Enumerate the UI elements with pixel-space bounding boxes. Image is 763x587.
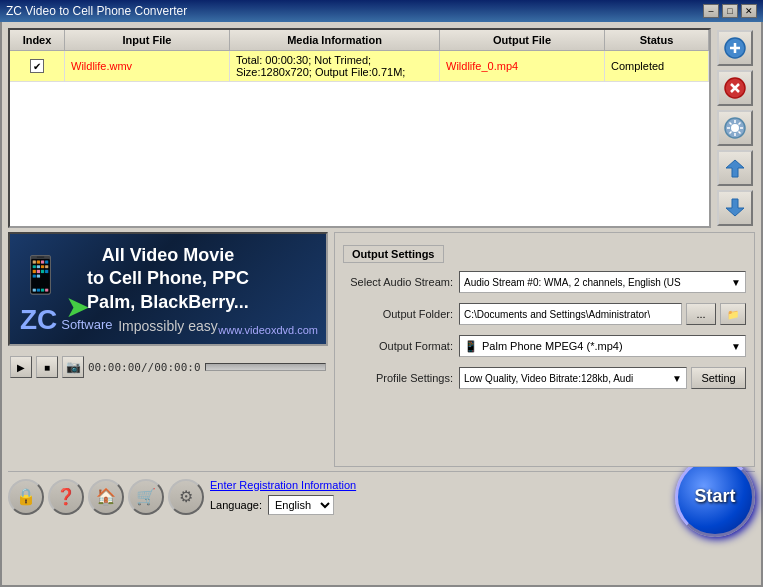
settings-panel-title: Output Settings: [343, 245, 444, 263]
col-status: Status: [605, 30, 709, 50]
snapshot-button[interactable]: 📷: [62, 356, 84, 378]
footer-row: 🔒 ❓ 🏠 🛒 ⚙ Enter Registration Information…: [8, 471, 755, 521]
output-format-label: Output Format:: [343, 340, 453, 352]
cart-icon-button[interactable]: 🛒: [128, 479, 164, 515]
play-button[interactable]: ▶: [10, 356, 32, 378]
file-table: Index Input File Media Information Outpu…: [8, 28, 711, 228]
promo-line3: Palm, BlackBerry...: [87, 292, 249, 312]
progress-bar[interactable]: [205, 363, 326, 371]
output-folder-row: Output Folder: C:\Documents and Settings…: [343, 303, 746, 325]
profile-label: Profile Settings:: [343, 372, 453, 384]
gear-icon-button[interactable]: ⚙: [168, 479, 204, 515]
main-window: Index Input File Media Information Outpu…: [0, 22, 763, 587]
setting-button[interactable]: Setting: [691, 367, 746, 389]
start-button[interactable]: Start: [675, 457, 755, 537]
table-row[interactable]: ✔ Wildlife.wmv Total: 00:00:30; Not Trim…: [10, 51, 709, 82]
profile-control: Low Quality, Video Bitrate:128kb, Audi ▼…: [459, 367, 746, 389]
lock-icon-button[interactable]: 🔒: [8, 479, 44, 515]
output-format-value: Palm Phone MPEG4 (*.mp4): [482, 340, 731, 352]
audio-stream-control: Audio Stream #0: WMA, 2 channels, Englis…: [459, 271, 746, 293]
output-folder-field[interactable]: C:\Documents and Settings\Administrator\: [459, 303, 682, 325]
add-file-button[interactable]: [717, 30, 753, 66]
folder-button[interactable]: 📁: [720, 303, 746, 325]
title-bar: ZC Video to Cell Phone Converter – □ ✕: [0, 0, 763, 22]
promo-text: All Video Movie to Cell Phone, PPC Palm,…: [87, 244, 249, 334]
start-label: Start: [694, 486, 735, 507]
audio-stream-label: Select Audio Stream:: [343, 276, 453, 288]
bottom-section: 📱 ➤ All Video Movie to Cell Phone, PPC P…: [8, 232, 755, 467]
output-folder-value: C:\Documents and Settings\Administrator\: [464, 309, 650, 320]
promo-box: 📱 ➤ All Video Movie to Cell Phone, PPC P…: [8, 232, 328, 346]
promo-tagline: Impossibly easy: [87, 318, 249, 334]
file-table-container: Index Input File Media Information Outpu…: [8, 28, 711, 228]
promo-line2: to Cell Phone, PPC: [87, 268, 249, 288]
browse-button[interactable]: ...: [686, 303, 716, 325]
output-folder-control: C:\Documents and Settings\Administrator\…: [459, 303, 746, 325]
move-up-button[interactable]: [717, 150, 753, 186]
move-down-button[interactable]: [717, 190, 753, 226]
minimize-button[interactable]: –: [703, 4, 719, 18]
time-display: 00:00:00//00:00:0: [88, 361, 201, 374]
toolbar-buttons: [715, 28, 755, 228]
profile-settings-row: Profile Settings: Low Quality, Video Bit…: [343, 367, 746, 389]
col-output: Output File: [440, 30, 605, 50]
row-index: ✔: [10, 51, 65, 81]
language-select[interactable]: English French German Spanish: [268, 495, 334, 515]
playback-controls: ▶ ■ 📷 00:00:00//00:00:0: [8, 354, 328, 380]
profile-dropdown[interactable]: Low Quality, Video Bitrate:128kb, Audi ▼: [459, 367, 687, 389]
audio-stream-dropdown[interactable]: Audio Stream #0: WMA, 2 channels, Englis…: [459, 271, 746, 293]
register-link[interactable]: Enter Registration Information: [210, 479, 669, 491]
profile-value: Low Quality, Video Bitrate:128kb, Audi: [464, 373, 672, 384]
col-media: Media Information: [230, 30, 440, 50]
footer-icons: 🔒 ❓ 🏠 🛒 ⚙: [8, 479, 204, 515]
language-row: Language: English French German Spanish: [210, 495, 669, 515]
output-format-control: 📱 Palm Phone MPEG4 (*.mp4) ▼: [459, 335, 746, 357]
close-button[interactable]: ✕: [741, 4, 757, 18]
output-format-row: Output Format: 📱 Palm Phone MPEG4 (*.mp4…: [343, 335, 746, 357]
promo-line1: All Video Movie: [102, 245, 235, 265]
audio-stream-row: Select Audio Stream: Audio Stream #0: WM…: [343, 271, 746, 293]
output-format-dropdown[interactable]: 📱 Palm Phone MPEG4 (*.mp4) ▼: [459, 335, 746, 357]
table-header: Index Input File Media Information Outpu…: [10, 30, 709, 51]
help-icon-button[interactable]: ❓: [48, 479, 84, 515]
profile-dropdown-arrow: ▼: [672, 373, 682, 384]
settings-button[interactable]: [717, 110, 753, 146]
row-checkbox[interactable]: ✔: [30, 59, 44, 73]
svg-point-3: [731, 124, 739, 132]
language-label: Language:: [210, 499, 262, 511]
window-title: ZC Video to Cell Phone Converter: [6, 4, 187, 18]
stop-button[interactable]: ■: [36, 356, 58, 378]
maximize-button[interactable]: □: [722, 4, 738, 18]
registration-section: Enter Registration Information Language:…: [210, 479, 669, 515]
col-index: Index: [10, 30, 65, 50]
row-output-file: Wildlife_0.mp4: [440, 51, 605, 81]
delete-file-button[interactable]: [717, 70, 753, 106]
row-media-info: Total: 00:00:30; Not Trimed; Size:1280x7…: [230, 51, 440, 81]
format-dropdown-arrow: ▼: [731, 341, 741, 352]
file-table-section: Index Input File Media Information Outpu…: [8, 28, 755, 228]
home-icon-button[interactable]: 🏠: [88, 479, 124, 515]
window-controls: – □ ✕: [703, 4, 757, 18]
audio-dropdown-arrow: ▼: [731, 277, 741, 288]
settings-panel: Output Settings Select Audio Stream: Aud…: [334, 232, 755, 467]
audio-stream-value: Audio Stream #0: WMA, 2 channels, Englis…: [464, 277, 681, 288]
col-input: Input File: [65, 30, 230, 50]
row-input-file: Wildlife.wmv: [65, 51, 230, 81]
phone-icon: 📱: [18, 254, 63, 296]
output-folder-label: Output Folder:: [343, 308, 453, 320]
row-status: Completed: [605, 51, 709, 81]
